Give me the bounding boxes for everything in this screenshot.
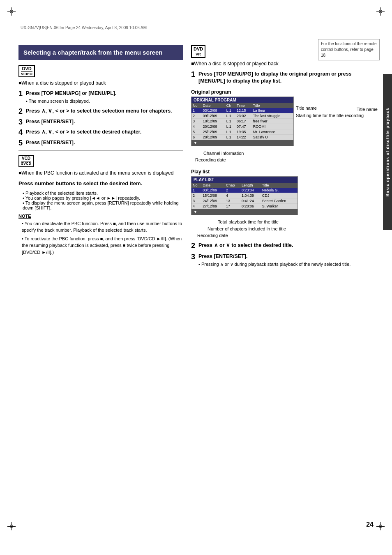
annot-channel-text: Channel information [203, 151, 244, 156]
dvd-badge-top: DVD [21, 66, 32, 71]
screen-header-orig: ORIGINAL PROGRAM [191, 97, 293, 103]
left-step-3-text: Press [ENTER/SET]. [26, 119, 75, 124]
scroll-down-arrow: ▼ [194, 141, 197, 145]
annot-total-time: Total playback time for the title [218, 219, 286, 226]
note-2: • To reactivate the PBC function, press … [22, 235, 183, 256]
side-tab-text: Basic operations of disc/file playback [385, 108, 390, 196]
left-step-3: 3 Press [ENTER/SET]. [18, 118, 183, 126]
right-step-2-text: Press ∧ or ∨ to select the desired title… [198, 242, 293, 248]
col-date: Date [201, 103, 225, 108]
annot-title-name: Title name [296, 105, 364, 112]
table-row: 103/12/0920:23:34Nebula G. [191, 188, 297, 193]
table-row: 628/12/09L 114:22Satisfy U [191, 134, 293, 140]
table-row: 318/12/09L 106:17free flyer [191, 118, 293, 124]
vcd-svcd-badge: VCD SVCD [18, 155, 34, 167]
dvd-vr-badge: DVD VR [191, 45, 205, 58]
divider-1 [18, 150, 183, 151]
annot-rec-date-orig-text: Recording date [195, 157, 226, 162]
dvd-badge-bot: VIDEO [21, 71, 32, 76]
section-title-text: Selecting a chapter/track from the menu … [23, 49, 162, 56]
note-section: NOTE • You can deactivate the PBC functi… [18, 214, 183, 256]
col-title: Title [252, 103, 293, 108]
play-col-title: Title [261, 183, 297, 188]
left-bullet-3: • To display the menu screen again, pres… [23, 200, 183, 210]
annot-title-name-text: Title name [296, 106, 317, 111]
annot-rec-date-play-text: Recording date [197, 233, 228, 238]
annot-channel-info: Channel information [203, 150, 244, 157]
left-when-pbc: ■When the PBC function is activated and … [18, 170, 183, 177]
left-bullet-2-text: • You can skip pages by pressing |◄◄ or … [23, 196, 140, 200]
annotations-right: Title name Starting time for the title r… [296, 105, 364, 120]
left-step-2-number: 2 [18, 108, 23, 115]
annot-recording-date-play: Recording date [197, 232, 286, 239]
table-row: 525/12/09L 119:35Mr. Lawrence [191, 129, 293, 134]
dvd-vr-badge-bot: VR [194, 52, 203, 57]
col-ch: Ch [225, 103, 235, 108]
screen-table-orig: No Date Ch Time Title 103/12/09L 112:15L… [191, 103, 293, 140]
table-row: 324/12/09130:41:24Secret Garden [191, 198, 297, 203]
file-info-bar: UX-GN7V[US]EN-06.fm Page 24 Wednesday, A… [21, 25, 147, 30]
col-no: No [191, 103, 201, 108]
dvd-video-badge: DVD VIDEO [18, 65, 35, 78]
right-step-2-number: 2 [191, 242, 195, 249]
left-step-3-number: 3 [18, 118, 23, 126]
press-number-text: Press number buttons to select the desir… [18, 180, 142, 187]
table-row: 427/12/09170:28:06S. Walker [191, 203, 297, 209]
play-col-length: Length [240, 183, 261, 188]
annot-starting-time-text: Starting time for the title recording [296, 113, 364, 118]
corner-mark-tr [376, 7, 385, 16]
left-step-2: 2 Press ∧, ∨, < or > to select the selec… [18, 108, 183, 115]
left-bullet-1: • Playback of the selected item starts. [23, 191, 183, 196]
screen-table-play: No Date Chap Length Title 103/12/0920:23… [191, 183, 297, 209]
left-step-1: 1 Press [TOP MENU/PG] or [MENU/PL]. • Th… [18, 90, 183, 104]
right-when-disc: ■When a disc is stopped or played back [191, 60, 376, 67]
play-col-date: Date [201, 183, 225, 188]
table-row: 103/12/09L 112:15La fleur [191, 108, 293, 113]
left-step-4-text: Press ∧, ∨, < or > to select the desired… [26, 129, 141, 135]
table-row: 215/12/0941:04:39CDJ [191, 193, 297, 198]
right-step-1: 1 Press [TOP MENU/PG] to display the ori… [191, 71, 376, 85]
right-step-3: 3 Press [ENTER/SET]. • Pressing ∧ or ∨ d… [191, 253, 376, 267]
left-column: Selecting a chapter/track from the menu … [18, 45, 183, 522]
right-step-3-text: Press [ENTER/SET]. [198, 253, 247, 259]
table-row: 209/12/09L 123:02The last struggle [191, 113, 293, 118]
left-step-4-number: 4 [18, 129, 23, 136]
right-step-1-number: 1 [191, 71, 195, 78]
left-step-1-number: 1 [18, 90, 23, 97]
left-step-4: 4 Press ∧, ∨, < or > to select the desir… [18, 129, 183, 136]
right-step-3-number: 3 [191, 253, 195, 260]
left-when-disc: ■When a disc is stopped or played back [18, 80, 183, 87]
left-bullet-1-text: • Playback of the selected item starts. [23, 191, 98, 196]
screen-footer-play: ▼ [191, 209, 297, 215]
annot-starting-time: Starting time for the title recording [296, 112, 364, 119]
corner-mark-bl [7, 522, 16, 530]
corner-mark-br [376, 522, 385, 530]
annot-total-time-text: Total playback time for the title [218, 219, 279, 224]
annot-num-chapters: Number of chapters included in the title [208, 226, 286, 233]
table-row: 420/12/09L 107:47ROOM! [191, 124, 293, 129]
original-program-section: ORIGINAL PROGRAM No Date Ch Time Title [191, 97, 376, 146]
section-title-box: Selecting a chapter/track from the menu … [18, 45, 183, 60]
press-number-heading: Press number buttons to select the desir… [18, 180, 183, 187]
screen-header-play: PLAY LIST [191, 177, 297, 183]
play-col-no: No [191, 183, 201, 188]
side-tab: Basic operations of disc/file playback [383, 74, 392, 230]
left-step-2-text: Press ∧, ∨, < or > to select the selecti… [26, 108, 172, 114]
left-step-5-number: 5 [18, 139, 23, 147]
left-step-5-text: Press [ENTER/SET]. [26, 140, 75, 145]
right-step-1-text: Press [TOP MENU/PG] to display the origi… [198, 71, 352, 84]
col-time: Time [235, 103, 252, 108]
note-title: NOTE [18, 214, 183, 219]
right-step-2: 2 Press ∧ or ∨ to select the desired tit… [191, 242, 376, 249]
play-list-section: PLAY LIST No Date Chap Length Title [191, 176, 376, 215]
file-info-text: UX-GN7V[US]EN-06.fm Page 24 Wednesday, A… [21, 25, 147, 30]
annot-num-chap-text: Number of chapters included in the title [208, 226, 286, 231]
play-col-chap: Chap [225, 183, 240, 188]
screen-footer-orig: ▼ [191, 140, 293, 146]
annot-recording-date-orig: Recording date [195, 157, 244, 164]
left-bullet-2: • You can skip pages by pressing |◄◄ or … [23, 196, 183, 200]
right-column: DVD VR ■When a disc is stopped or played… [191, 45, 376, 522]
annotations-bottom: Channel information Recording date [195, 150, 244, 164]
dvd-vr-badge-top: DVD [194, 46, 203, 52]
play-scroll-down: ▼ [194, 210, 197, 214]
